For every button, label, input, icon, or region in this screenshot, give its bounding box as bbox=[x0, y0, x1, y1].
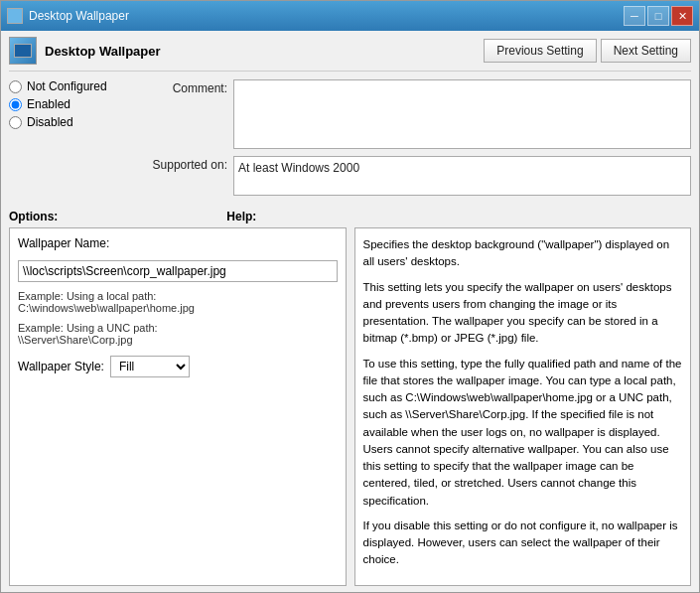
header-row: Desktop Wallpaper Previous Setting Next … bbox=[9, 37, 691, 72]
sections-row: Options: Help: bbox=[9, 210, 691, 223]
supported-label: Supported on: bbox=[138, 156, 227, 172]
supported-row: Supported on: At least Windows 2000 bbox=[138, 156, 691, 196]
header-buttons: Previous Setting Next Setting bbox=[484, 39, 691, 63]
wallpaper-style-select[interactable]: Fill Fit Stretch Tile Center Span bbox=[110, 356, 190, 377]
minimize-button[interactable]: ─ bbox=[624, 6, 645, 26]
help-panel: Specifies the desktop background ("wallp… bbox=[354, 227, 692, 586]
radio-section: Not Configured Enabled Disabled bbox=[9, 79, 138, 129]
example2-prefix: Example: Using a UNC path: bbox=[18, 322, 158, 334]
example1-text: Example: Using a local path: C:\windows\… bbox=[18, 290, 338, 314]
example1-value: C:\windows\web\wallpaper\home.jpg bbox=[18, 302, 195, 314]
disabled-radio[interactable] bbox=[9, 116, 22, 129]
options-panel: Wallpaper Name: \\loc\scripts\Screen\cor… bbox=[9, 227, 347, 586]
help-paragraph-1: Specifies the desktop background ("wallp… bbox=[363, 236, 683, 271]
enabled-label: Enabled bbox=[27, 97, 70, 111]
title-bar: Desktop Wallpaper ─ □ ✕ bbox=[1, 1, 699, 31]
main-window: Desktop Wallpaper ─ □ ✕ Desktop Wallpape… bbox=[0, 0, 700, 593]
comment-label: Comment: bbox=[138, 79, 227, 95]
desktop-icon bbox=[14, 44, 32, 58]
style-label: Wallpaper Style: bbox=[18, 360, 104, 373]
wallpaper-name-label: Wallpaper Name: bbox=[18, 236, 338, 250]
disabled-label: Disabled bbox=[27, 115, 73, 129]
example2-text: Example: Using a UNC path: \\Server\Shar… bbox=[18, 322, 338, 346]
header-icon bbox=[9, 37, 37, 65]
title-bar-text: Desktop Wallpaper bbox=[29, 9, 129, 23]
not-configured-radio[interactable] bbox=[9, 80, 22, 93]
enabled-radio[interactable] bbox=[9, 98, 22, 111]
options-section-label: Options: bbox=[9, 210, 58, 223]
wallpaper-path-input[interactable]: \\loc\scripts\Screen\corp_wallpaper.jpg bbox=[18, 260, 338, 282]
top-form-area: Not Configured Enabled Disabled Comment: bbox=[9, 79, 691, 200]
not-configured-label: Not Configured bbox=[27, 79, 107, 93]
example2-value: \\Server\Share\Corp.jpg bbox=[18, 334, 133, 346]
example1-prefix: Example: Using a local path: bbox=[18, 290, 156, 302]
window-controls: ─ □ ✕ bbox=[624, 6, 693, 26]
comment-textarea[interactable] bbox=[233, 79, 691, 149]
comment-row: Comment: bbox=[138, 79, 691, 152]
header-title: Desktop Wallpaper bbox=[45, 44, 484, 59]
supported-input-area: At least Windows 2000 bbox=[233, 156, 691, 196]
comment-input-area bbox=[233, 79, 691, 152]
help-section-label: Help: bbox=[226, 210, 256, 223]
style-row: Wallpaper Style: Fill Fit Stretch Tile C… bbox=[18, 356, 338, 377]
close-button[interactable]: ✕ bbox=[671, 6, 693, 26]
help-paragraph-4: If you disable this setting or do not co… bbox=[363, 518, 683, 569]
next-setting-button[interactable]: Next Setting bbox=[601, 39, 691, 63]
not-configured-option[interactable]: Not Configured bbox=[9, 79, 138, 93]
help-paragraph-2: This setting lets you specify the wallpa… bbox=[363, 279, 683, 348]
enabled-option[interactable]: Enabled bbox=[9, 97, 138, 111]
content-area: Desktop Wallpaper Previous Setting Next … bbox=[1, 31, 699, 592]
maximize-button[interactable]: □ bbox=[647, 6, 669, 26]
previous-setting-button[interactable]: Previous Setting bbox=[484, 39, 596, 63]
supported-value: At least Windows 2000 bbox=[233, 156, 691, 196]
disabled-option[interactable]: Disabled bbox=[9, 115, 138, 129]
form-fields: Comment: Supported on: At least Windows … bbox=[138, 79, 691, 200]
radio-section-container: Not Configured Enabled Disabled bbox=[9, 79, 138, 200]
main-split: Wallpaper Name: \\loc\scripts\Screen\cor… bbox=[9, 227, 691, 586]
help-paragraph-3: To use this setting, type the fully qual… bbox=[363, 356, 683, 510]
title-bar-icon bbox=[7, 8, 23, 24]
